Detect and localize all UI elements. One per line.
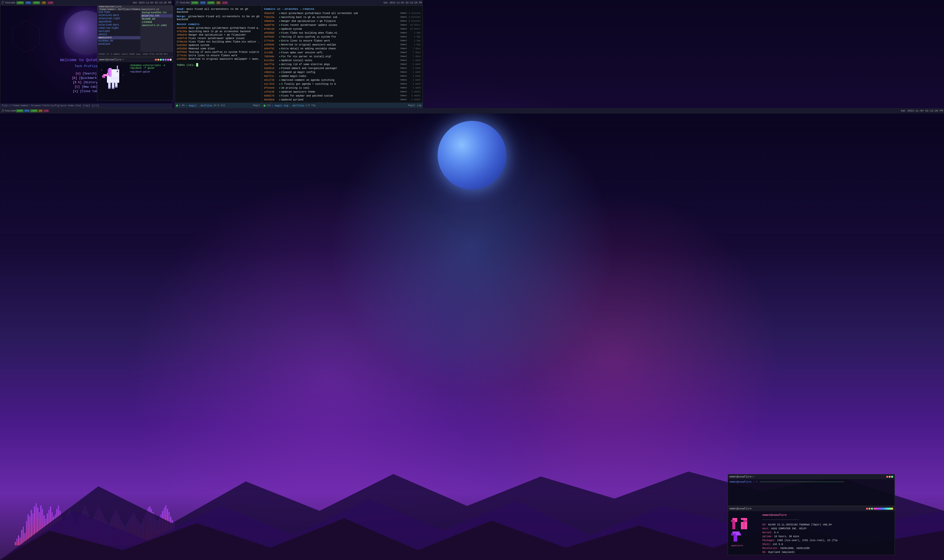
nf-min-dot bbox=[868, 508, 870, 510]
magit-commit-item[interactable]: cefa230 ● Updated uwunicorn theme Emmet … bbox=[264, 90, 421, 94]
magit-commit-item[interactable]: b00d278 ● Fixes for waybar and patched c… bbox=[264, 94, 421, 98]
fm-item-twilight[interactable]: twilight bbox=[97, 30, 140, 33]
recent-commit-item[interactable]: bad2003Updated system bbox=[177, 44, 260, 47]
svg-rect-15 bbox=[112, 88, 114, 89]
qute-nav-quickmarks[interactable]: [b] [Quickmarks] bbox=[72, 76, 100, 80]
magit-commit-item[interactable]: 409b04e ● Ranger dnd optimization + qb f… bbox=[264, 19, 421, 23]
magit-commit-item[interactable]: a265b8e ● Reverted to original uwunicorn… bbox=[264, 43, 421, 47]
tl-tag-2: 100% bbox=[32, 1, 40, 5]
svg-rect-4 bbox=[117, 66, 118, 71]
bt2-titlebar: emmet@snowflire:~ bbox=[728, 474, 895, 479]
recent-commit-item[interactable]: 2774c0cExtra lines to ensure flakes work bbox=[177, 54, 260, 57]
git-commit-list: dee0888main gitea/main gitlab/main githu… bbox=[177, 27, 260, 61]
recent-commit-item[interactable]: a95dd60Removed some bloat bbox=[177, 48, 260, 50]
svg-rect-33 bbox=[736, 534, 741, 535]
tr-app-icon: 🎵 bbox=[176, 1, 179, 4]
svg-text:✦: ✦ bbox=[123, 74, 124, 76]
magit-commit-item[interactable]: df4eee9 ● 3d printing is cool Emmet 1 we… bbox=[264, 86, 421, 90]
magit-commit-item[interactable]: 8c315bc ● Updated install notes Emmet 1 … bbox=[264, 59, 421, 63]
fm-item-uwunicorn[interactable]: uwunicorn bbox=[97, 36, 140, 39]
nf-info-row: Shell: zsh 5.9 bbox=[762, 543, 893, 546]
recent-commit-item[interactable]: 5af95d2Testing if auto-cpufreq is system… bbox=[177, 51, 260, 54]
magit-status-text: 1.8k bbox=[179, 104, 185, 107]
fm-title-text: emmet@snowflire: /home/emmet/.dotfiles/t… bbox=[99, 5, 171, 11]
filemanager-window: emmet@snowflire: /home/emmet/.dotfiles/t… bbox=[97, 5, 173, 57]
magit-commit-item[interactable]: 6d84f92 ● Extra detail on adding unstabl… bbox=[264, 47, 421, 51]
poke-pokemon-name: rapidash-galar bbox=[130, 71, 172, 73]
recent-commit-item[interactable]: dee0888main gitea/main gitlab/main githu… bbox=[177, 27, 260, 29]
fm-titlebar: emmet@snowflire: /home/emmet/.dotfiles/t… bbox=[97, 6, 173, 11]
fm-file-yaml[interactable]: uwunicorn-yt.yaml bbox=[141, 24, 173, 27]
recent-commit-item[interactable]: 409b04eRanger dnd optimization + qb file… bbox=[177, 34, 260, 36]
magit-commit-item[interactable]: 708548e ● Fix for nix parser on install.… bbox=[264, 55, 421, 59]
fm-file-polarity[interactable]: polarity.txt bbox=[141, 14, 173, 17]
magit-commit-item[interactable]: 8b8dde0 ● Updated pyrland Emmet 2 weeks bbox=[264, 98, 421, 102]
qute-nav-search[interactable]: [o] [Search] bbox=[76, 72, 97, 75]
git-todos-line: TODOs (14)— bbox=[177, 63, 260, 66]
svg-text:✦: ✦ bbox=[101, 69, 102, 71]
fm-item-ald-hope[interactable]: ald-hope bbox=[97, 11, 140, 14]
svg-rect-6 bbox=[108, 69, 110, 75]
qute-statusbar-text: file:///home/emmet/.browser/Tech/config/… bbox=[2, 105, 99, 107]
svg-rect-26 bbox=[732, 522, 735, 529]
qute-nav-closetab[interactable]: [x] [Close tab] bbox=[73, 90, 99, 93]
nf-window-controls bbox=[866, 508, 893, 510]
magit-commit-item[interactable]: 2774c0c ● Extra lines to ensure flakes w… bbox=[264, 39, 421, 43]
magit-log-dot bbox=[264, 105, 265, 106]
magit-commit-item[interactable]: a95dd60 ● Fixes flake not building when … bbox=[264, 31, 421, 35]
tl-tag-1: 99% bbox=[25, 1, 31, 5]
fm-item-ubuntu[interactable]: ubuntu bbox=[97, 33, 140, 36]
magit-commit-item[interactable]: 4b9a236 ● main gitea/main github/main Fi… bbox=[264, 12, 421, 15]
magit-status-dot bbox=[176, 105, 178, 106]
nf-max-dot bbox=[871, 508, 873, 510]
poke-colorbar bbox=[155, 59, 171, 61]
color-pink bbox=[167, 59, 169, 61]
nf-username: emmet@snowflire bbox=[762, 513, 893, 517]
magit-commit-item[interactable]: 2c130b ● Fixes qemu user session uefi Em… bbox=[264, 51, 421, 55]
nf-info-row: Theme: adw-gtk3 [GTK2/3] bbox=[762, 554, 893, 555]
color-red bbox=[155, 59, 157, 61]
svg-text:✧: ✧ bbox=[100, 79, 101, 81]
tl-app-icon: 🎵 bbox=[1, 1, 4, 4]
magit-commit-item[interactable]: 5d47f18 ● Getting rid of some electron p… bbox=[264, 63, 421, 66]
fm-item-selenized-light[interactable]: selenized-light bbox=[97, 17, 140, 20]
magit-commit-item[interactable]: 8700c8d ● Updated system Emmet 18 hours bbox=[264, 27, 421, 31]
fm-file-license[interactable]: LICENSE bbox=[141, 21, 173, 24]
fm-file-background[interactable]: background256.txt bbox=[141, 11, 173, 14]
fm-file-readme[interactable]: README.md bbox=[141, 17, 173, 21]
svg-rect-25 bbox=[734, 520, 737, 522]
magit-commit-item[interactable]: 982f21c ● Added magit-todos Emmet 1 week bbox=[264, 74, 421, 78]
bs-icon: 🎵 bbox=[1, 109, 5, 112]
bottom-half: emmet@snowflire:~ emmet@snowflire : ~ ──… bbox=[0, 114, 944, 560]
magit-commit-item[interactable]: e811f20 ● Improved comment on agenda syn… bbox=[264, 78, 421, 82]
bs-app: Youtube bbox=[5, 109, 16, 112]
recent-commit-item[interactable]: 8700c8dFixes flake not building when fla… bbox=[177, 40, 260, 43]
magit-commit-item[interactable]: 5af93d2 ● Testing if auto-cpufreq is sys… bbox=[264, 35, 421, 39]
qute-nav-newtab[interactable]: [t] [New tab] bbox=[74, 85, 97, 89]
recent-commit-item[interactable]: 4a66f4dFixes recent qutebrowser update i… bbox=[177, 37, 260, 40]
magit-log-pos: 1:0 Top bbox=[305, 104, 316, 107]
bt2-divider-sym: ────────────────────────────────────────… bbox=[760, 481, 844, 483]
recent-commit-item[interactable]: ef0c50aSwitching back to gh as screensho… bbox=[177, 30, 260, 33]
magit-commit-item[interactable]: f3b526a ● Switching back to gh as screen… bbox=[264, 15, 421, 19]
qute-nav-history[interactable]: [S h] [History] bbox=[73, 81, 99, 84]
fm-item-selenized-dark[interactable]: selenized-dark bbox=[97, 14, 140, 17]
svg-rect-29 bbox=[741, 522, 744, 529]
magit-commit-item[interactable]: e1c7253 ● I finally got agenda + syncthi… bbox=[264, 82, 421, 86]
fm-item-spacebook[interactable]: spacebook bbox=[97, 20, 140, 23]
fm-item-solarized-dark2[interactable]: solarized-dark bbox=[97, 23, 140, 26]
magit-commit-item[interactable]: 4a66f4d ● Fixes recent qutebrowser updat… bbox=[264, 23, 421, 27]
git-recent-commits-section: Recent commits dee0888main gitea/main gi… bbox=[177, 23, 260, 61]
nf-colorbar-line bbox=[873, 508, 893, 510]
tr-tag-3: 1% bbox=[216, 1, 221, 5]
fm-item-windows[interactable]: windows-95 bbox=[97, 39, 140, 43]
magit-status-repo: ⚡ magit: .dotfiles bbox=[186, 104, 212, 107]
recent-commit-item[interactable]: a265b8eReverted to original uwunicorn wa… bbox=[177, 58, 260, 60]
fm-item-woodland[interactable]: woodland bbox=[97, 43, 140, 46]
magit-commit-item[interactable]: c8b031a ● Cleaned up magit config Emmet … bbox=[264, 71, 421, 74]
color-purple bbox=[165, 59, 167, 61]
bt2-colorbar bbox=[886, 476, 893, 478]
fm-item-tomorrow-night[interactable]: tomorrow-night bbox=[97, 26, 140, 30]
magit-log-list: 4b9a236 ● main gitea/main github/main Fi… bbox=[264, 12, 421, 108]
magit-commit-item[interactable]: 5ab9b19 ● Pinned embark and reorganized … bbox=[264, 66, 421, 71]
